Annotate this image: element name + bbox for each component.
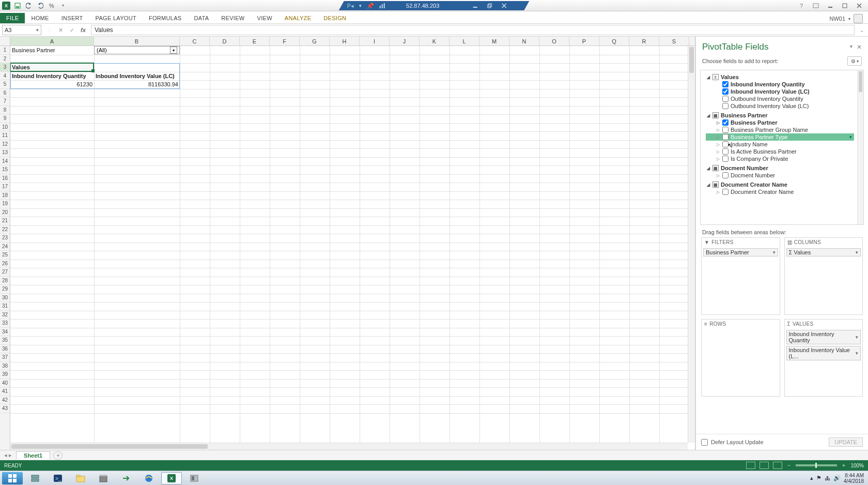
enter-formula-icon[interactable]: ✓	[67, 25, 76, 35]
col-header-q[interactable]: Q	[599, 37, 629, 46]
minimize-icon[interactable]	[826, 2, 835, 9]
field-industry-name[interactable]: ▷Industry Name	[706, 141, 854, 148]
title-dropdown-icon[interactable]: ▾	[359, 3, 362, 8]
filter-dropdown-icon[interactable]: ▾	[170, 47, 177, 54]
area-chip[interactable]: Inbound Inventory Value (L...▾	[786, 346, 861, 360]
sheet-nav-buttons[interactable]: ◂ ▸	[0, 452, 16, 459]
tray-volume-icon[interactable]: 🔊	[833, 475, 841, 481]
field-inbound-inventory-value-lc-[interactable]: Inbound Inventory Value (LC)	[706, 88, 854, 95]
tab-analyze[interactable]: ANALYZE	[278, 13, 317, 23]
field-is-company-or-private[interactable]: ▷Is Company Or Private	[706, 155, 854, 162]
col-header-d[interactable]: D	[210, 37, 240, 46]
col-header-h[interactable]: H	[330, 37, 360, 46]
taskbar-arrow-icon[interactable]	[116, 472, 136, 484]
area-chip[interactable]: Inbound Inventory Quantity▾	[786, 330, 861, 344]
row-header-14[interactable]: 14	[0, 157, 10, 166]
col-header-e[interactable]: E	[240, 37, 270, 46]
cell-a1[interactable]: Business Partner	[10, 46, 94, 55]
worksheet-grid[interactable]: ABCDEFGHIJKLMNOPQRS 12345678910111213141…	[0, 37, 695, 450]
sheet-tab-sheet1[interactable]: Sheet1	[16, 451, 50, 459]
row-header-19[interactable]: 19	[0, 200, 10, 208]
cell-a4[interactable]: Inbound Inventory Quantity	[10, 72, 94, 81]
col-header-g[interactable]: G	[300, 37, 330, 46]
row-header-10[interactable]: 10	[0, 123, 10, 132]
taskbar-server-manager-icon[interactable]	[25, 472, 45, 484]
col-header-a[interactable]: A	[10, 37, 94, 46]
row-header-41[interactable]: 41	[0, 387, 10, 396]
row-header-43[interactable]: 43	[0, 404, 10, 413]
formula-bar-expand-icon[interactable]: ⌄	[858, 27, 866, 33]
save-icon[interactable]	[13, 2, 22, 10]
name-box-dropdown-icon[interactable]: ▾	[36, 27, 39, 33]
cancel-formula-icon[interactable]: ✕	[56, 25, 65, 35]
pin-icon[interactable]: 📌	[367, 3, 374, 9]
tab-file[interactable]: FILE	[0, 13, 25, 23]
row-header-11[interactable]: 11	[0, 131, 10, 140]
ribbon-display-icon[interactable]	[811, 2, 820, 9]
update-button[interactable]: UPDATE	[829, 437, 863, 447]
row-header-29[interactable]: 29	[0, 285, 10, 294]
row-header-26[interactable]: 26	[0, 260, 10, 268]
taskbar-app8-icon[interactable]	[184, 472, 205, 484]
taskbar-excel-icon[interactable]: X	[161, 472, 182, 484]
row-header-7[interactable]: 7	[0, 97, 10, 106]
tab-formulas[interactable]: FORMULAS	[143, 13, 188, 23]
row-header-42[interactable]: 42	[0, 396, 10, 405]
row-header-39[interactable]: 39	[0, 370, 10, 379]
help-icon[interactable]: ?	[797, 2, 806, 9]
area-filters[interactable]: ▼FILTERS Business Partner▾	[701, 237, 780, 315]
close-icon[interactable]	[855, 2, 864, 9]
field-list[interactable]: ◢ΣValuesInbound Inventory QuantityInboun…	[700, 70, 864, 225]
cell-area[interactable]: Business Partner (All) ▾ Values Inbound …	[10, 46, 688, 443]
area-chip[interactable]: Σ Values▾	[786, 248, 861, 256]
row-header-15[interactable]: 15	[0, 165, 10, 174]
inner-minimize-icon[interactable]	[470, 2, 479, 9]
row-header-35[interactable]: 35	[0, 336, 10, 345]
row-header-23[interactable]: 23	[0, 234, 10, 242]
area-values[interactable]: ΣVALUES Inbound Inventory Quantity▾Inbou…	[784, 319, 863, 397]
col-header-b[interactable]: B	[94, 37, 180, 46]
col-header-c[interactable]: C	[180, 37, 210, 46]
maximize-icon[interactable]	[840, 2, 849, 9]
row-headers[interactable]: 1234567891011121314151617181920212223242…	[0, 46, 10, 450]
view-page-layout-icon[interactable]	[760, 462, 769, 469]
zoom-slider[interactable]	[796, 464, 837, 466]
formula-bar[interactable]: Values	[91, 25, 855, 35]
tray-network-icon[interactable]: 🖧	[825, 475, 830, 481]
row-header-9[interactable]: 9	[0, 114, 10, 123]
col-header-r[interactable]: R	[629, 37, 659, 46]
row-header-37[interactable]: 37	[0, 353, 10, 362]
tab-view[interactable]: VIEW	[251, 13, 278, 23]
tab-review[interactable]: REVIEW	[215, 13, 251, 23]
system-tray[interactable]: ▴ ⚑ 🖧 🔊 8:44 AM 4/4/2018	[810, 473, 866, 484]
area-chip[interactable]: Business Partner▾	[703, 248, 778, 256]
field-group-business-partner[interactable]: ◢▦Business Partner	[706, 112, 854, 119]
field-list-scrollbar[interactable]	[857, 70, 863, 224]
field-group-values[interactable]: ◢ΣValues	[706, 73, 854, 81]
row-header-3[interactable]: 3	[0, 63, 10, 72]
undo-icon[interactable]	[25, 2, 33, 10]
tray-flag-icon[interactable]: ⚑	[816, 475, 822, 481]
field-group-document-creator-name[interactable]: ◢▦Document Creator Name	[706, 181, 854, 188]
row-header-30[interactable]: 30	[0, 294, 10, 302]
row-header-2[interactable]: 2	[0, 55, 10, 64]
inner-close-icon[interactable]	[499, 2, 508, 9]
col-header-k[interactable]: K	[420, 37, 450, 46]
pane-close-icon[interactable]: ✕	[857, 43, 862, 51]
col-header-o[interactable]: O	[539, 37, 569, 46]
horizontal-scrollbar[interactable]	[10, 443, 688, 450]
field-business-partner-type[interactable]: ▷Business Partner Type▾	[706, 133, 854, 141]
tab-data[interactable]: DATA	[188, 13, 215, 23]
field-inbound-inventory-quantity[interactable]: Inbound Inventory Quantity	[706, 81, 854, 88]
cell-b4[interactable]: Inbound Inventory Value (LC)	[94, 72, 180, 81]
row-header-31[interactable]: 31	[0, 302, 10, 311]
tray-up-icon[interactable]: ▴	[810, 475, 813, 481]
col-header-n[interactable]: N	[509, 37, 539, 46]
row-header-38[interactable]: 38	[0, 362, 10, 371]
pane-tools-button[interactable]: ⚙▾	[847, 56, 862, 66]
row-header-25[interactable]: 25	[0, 251, 10, 260]
field-business-partner-group-name[interactable]: ▷Business Partner Group Name	[706, 126, 854, 133]
taskbar-powershell-icon[interactable]: >_	[48, 472, 68, 484]
tab-design[interactable]: DESIGN	[317, 13, 352, 23]
insert-function-icon[interactable]: fx	[79, 25, 88, 35]
